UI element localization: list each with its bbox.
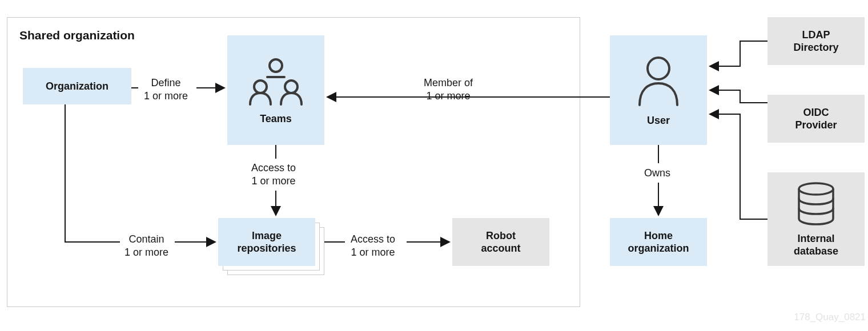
edge-label-access-to-repos: Access to 1 or more — [351, 233, 395, 259]
node-robot-account: Robot account — [452, 218, 549, 266]
node-ldap-label-2: Directory — [793, 41, 838, 54]
edge-label-member-of: Member of 1 or more — [424, 76, 473, 102]
edge-label-define: Define 1 or more — [144, 76, 188, 102]
node-image-repos-label-2: repositories — [237, 242, 296, 255]
node-home-organization: Home organization — [610, 218, 707, 266]
edge-label-access-to-teams: Access to 1 or more — [251, 162, 296, 187]
node-user-label: User — [647, 114, 670, 127]
node-ldap-label-1: LDAP — [802, 29, 830, 42]
arrow-db-to-user — [710, 114, 767, 219]
node-home-org-label-2: organization — [628, 242, 689, 255]
svg-point-2 — [254, 80, 267, 93]
shared-organization-title: Shared organization — [19, 29, 135, 42]
arrow-ldap-to-user — [710, 41, 767, 66]
node-oidc-label-2: Provider — [795, 119, 837, 132]
node-teams: Teams — [227, 35, 324, 145]
svg-point-0 — [270, 59, 282, 72]
edge-label-contain: Contain 1 or more — [124, 233, 168, 259]
node-teams-label: Teams — [260, 112, 292, 126]
watermark: 178_Quay_0821 — [794, 312, 866, 323]
user-icon — [633, 54, 684, 108]
node-robot-label-2: account — [481, 242, 520, 255]
node-image-repositories: Image repositories — [218, 218, 315, 266]
node-oidc: OIDC Provider — [767, 95, 865, 143]
edge-label-owns: Owns — [644, 167, 670, 180]
node-ldap: LDAP Directory — [767, 17, 865, 65]
node-db-label-1: Internal — [797, 232, 834, 245]
node-home-org-label-1: Home — [644, 229, 673, 243]
node-user: User — [610, 35, 707, 145]
node-organization: Organization — [23, 68, 131, 104]
arrow-oidc-to-user — [710, 90, 767, 103]
node-oidc-label-1: OIDC — [803, 106, 829, 119]
diagram-canvas: Shared organization Organization Teams I… — [0, 0, 868, 331]
node-db-label-2: database — [794, 245, 838, 258]
svg-point-5 — [799, 183, 833, 195]
node-internal-database: Internal database — [767, 172, 865, 266]
node-organization-label: Organization — [46, 80, 108, 93]
teams-icon — [244, 55, 307, 107]
svg-point-3 — [285, 80, 298, 93]
database-icon — [793, 181, 839, 228]
node-robot-label-1: Robot — [486, 229, 516, 243]
svg-point-4 — [648, 58, 669, 79]
node-image-repos-label-1: Image — [252, 229, 282, 243]
